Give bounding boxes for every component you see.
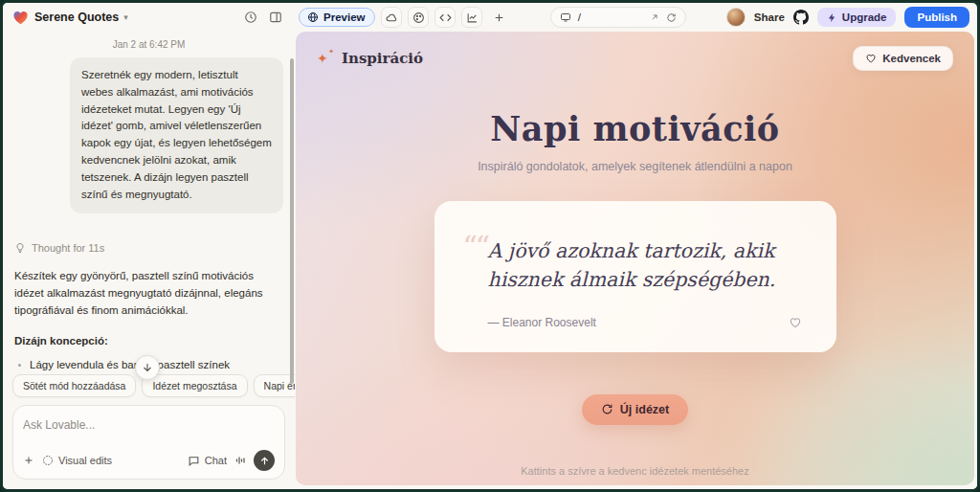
arrow-up-icon [259,456,270,466]
theme-palette-icon[interactable] [408,7,429,28]
thought-row[interactable]: Thought for 11s [14,242,283,254]
user-message-bubble: Szeretnék egy modern, letisztult webes a… [70,57,283,213]
sparkle-icon: ✦✦ [317,50,334,67]
cloud-icon[interactable] [381,7,402,28]
upgrade-button[interactable]: Upgrade [817,8,897,27]
code-icon[interactable] [434,7,456,28]
favorite-heart-icon[interactable] [789,316,802,329]
heart-icon [865,53,877,64]
plus-icon [23,455,34,466]
url-path[interactable]: / [578,11,643,23]
quote-text: A jövő azoknak tartozik, akik hisznek ál… [488,237,804,294]
chat-sidebar: Serene Quotes ▾ Jan 2 at 6:42 PM Szeretn… [3,3,295,489]
favorites-button[interactable]: Kedvencek [853,46,953,71]
preview-wrap: ✦✦ Inspiráció Kedvencek Napi motiváció I… [295,32,977,489]
chat-input-card: Visual edits Chat [12,405,285,480]
app-brand: ✦✦ Inspiráció [317,50,423,67]
suggestion-chip[interactable]: Sötét mód hozzáadása [12,374,136,397]
pointer-icon [42,455,54,466]
design-heading: Dizájn koncepció: [14,335,283,347]
lovable-logo-icon [12,10,29,25]
chevron-down-icon[interactable]: ▾ [123,12,128,22]
chat-mode-label: Chat [205,455,227,466]
visual-edits-button[interactable]: Visual edits [42,455,112,466]
app-preview: ✦✦ Inspiráció Kedvencek Napi motiváció I… [296,32,974,485]
globe-icon [307,11,319,23]
footer-hint: Kattints a szívre a kedvenc idézetek men… [296,465,974,477]
quote-card: ““ A jövő azoknak tartozik, akik hisznek… [434,201,836,351]
assistant-intro: Készítek egy gyönyörű, pasztell színű mo… [14,267,283,320]
user-avatar[interactable] [726,8,746,27]
attach-button[interactable] [23,455,34,466]
project-name[interactable]: Serene Quotes [34,11,119,24]
arrow-down-icon [142,362,153,373]
sidebar-header: Serene Quotes ▾ [3,3,295,32]
quote-mark-icon: ““ [463,230,489,263]
quote-author: — Eleanor Roosevelt [488,316,789,329]
app-window: Serene Quotes ▾ Jan 2 at 6:42 PM Szeretn… [0,0,980,492]
analytics-icon[interactable] [461,7,482,28]
top-toolbar: Preview / [295,3,977,32]
chat-bubble-icon [188,455,200,467]
publish-button[interactable]: Publish [904,7,969,28]
collapse-panel-icon[interactable] [266,8,285,27]
chat-mode-button[interactable]: Chat [188,455,227,467]
monitor-icon [560,11,571,23]
refresh-icon[interactable] [666,12,677,23]
history-icon[interactable] [241,8,260,27]
message-timestamp: Jan 2 at 6:42 PM [14,39,283,50]
send-button[interactable] [254,450,275,471]
github-icon[interactable] [793,10,809,25]
url-bar[interactable]: / [550,7,686,28]
thought-label: Thought for 11s [32,242,104,254]
open-external-icon[interactable] [650,12,659,22]
suggestion-chip[interactable]: Idézet megosztása [142,374,247,397]
audio-input-icon[interactable] [234,455,246,466]
workspace: Preview / [295,3,977,489]
preview-tab[interactable]: Preview [299,8,375,27]
visual-edits-label: Visual edits [58,455,112,466]
chat-scrollbar[interactable] [290,58,294,384]
lightning-icon [827,12,837,23]
app-brand-name: Inspiráció [342,50,423,67]
preview-app-header: ✦✦ Inspiráció Kedvencek [296,32,974,71]
lightbulb-icon [14,242,26,254]
refresh-icon [601,403,613,415]
page-title: Napi motiváció [296,109,974,148]
share-button[interactable]: Share [754,11,785,23]
scroll-to-bottom-button[interactable] [135,355,160,380]
suggestion-chip[interactable]: Napi értesítések [254,374,295,397]
page-subtitle: Inspiráló gondolatok, amelyek segítenek … [463,158,808,176]
add-tab-icon[interactable] [488,7,509,28]
chat-input[interactable] [23,418,275,432]
new-quote-button[interactable]: Új idézet [582,394,688,425]
chat-messages[interactable]: Jan 2 at 6:42 PM Szeretnék egy modern, l… [3,32,295,370]
